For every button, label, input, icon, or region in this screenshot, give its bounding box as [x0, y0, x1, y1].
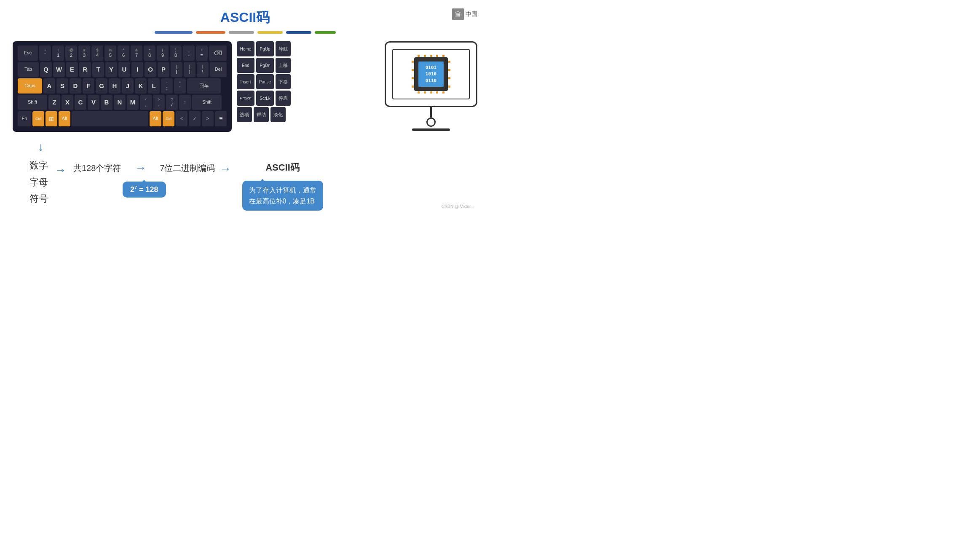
key-quote[interactable]: "' — [174, 78, 186, 94]
key-x[interactable]: X — [62, 95, 73, 110]
key-u[interactable]: U — [118, 62, 130, 77]
color-seg-2 — [196, 31, 225, 34]
key-lbracket[interactable]: {[ — [171, 62, 182, 77]
key-options[interactable]: 选项 — [237, 107, 252, 122]
nav-row-1: Home PgUp 导航 — [237, 41, 291, 56]
key-d[interactable]: D — [70, 78, 81, 94]
key-enter[interactable]: 回车 — [187, 78, 221, 94]
key-o[interactable]: O — [145, 62, 156, 77]
key-t[interactable]: T — [92, 62, 104, 77]
key-z[interactable]: Z — [48, 95, 60, 110]
key-comma[interactable]: <, — [140, 95, 152, 110]
key-4[interactable]: $4 — [91, 45, 103, 61]
key-esc[interactable]: Esc — [18, 45, 38, 61]
key-alt-r[interactable]: Alt — [150, 111, 161, 126]
key-help[interactable]: 帮助 — [254, 107, 269, 122]
pin — [430, 55, 432, 57]
key-space[interactable] — [72, 111, 148, 126]
key-caps[interactable]: Caps — [18, 78, 42, 94]
key-n[interactable]: N — [114, 95, 126, 110]
key-e[interactable]: E — [66, 62, 78, 77]
key-h[interactable]: H — [109, 78, 120, 94]
key-insert[interactable]: Insert — [237, 74, 254, 89]
key-0[interactable]: )0 — [170, 45, 182, 61]
key-home[interactable]: Home — [237, 41, 254, 56]
key-nav[interactable]: 导航 — [276, 41, 291, 56]
key-2[interactable]: @2 — [65, 45, 77, 61]
key-j[interactable]: J — [122, 78, 134, 94]
key-scrlk[interactable]: ScrLk — [256, 91, 274, 106]
key-tab[interactable]: Tab — [18, 62, 39, 77]
key-1[interactable]: !1 — [52, 45, 64, 61]
flow-arrow-3: → — [220, 162, 231, 176]
key-pause[interactable]: Pause — [256, 74, 274, 89]
nav-keys: Home PgUp 导航 End PgDn 上移 Insert Pause 下移 — [237, 41, 291, 122]
key-downmove[interactable]: 下移 — [276, 74, 291, 89]
key-period[interactable]: >. — [153, 95, 165, 110]
key-slash[interactable]: ?/ — [166, 95, 178, 110]
key-rbracket[interactable]: }] — [184, 62, 195, 77]
key-left[interactable]: < — [176, 111, 187, 126]
kb-row-2: Tab Q W E R T Y U I O P {[ }] |\ — [18, 62, 227, 77]
key-menu[interactable]: ☰ — [215, 111, 227, 126]
key-alt-l[interactable]: Alt — [59, 111, 70, 126]
color-seg-3 — [229, 31, 254, 34]
key-6[interactable]: ^6 — [118, 45, 129, 61]
key-end[interactable]: End — [237, 58, 254, 73]
key-right[interactable]: > — [202, 111, 214, 126]
key-win[interactable]: ⊞ — [46, 111, 57, 126]
key-backslash[interactable]: |\ — [197, 62, 209, 77]
key-y[interactable]: Y — [105, 62, 117, 77]
key-i[interactable]: I — [131, 62, 143, 77]
key-lshift[interactable]: Shift — [18, 95, 47, 110]
key-up[interactable]: ↑ — [179, 95, 191, 110]
key-v[interactable]: V — [88, 95, 99, 110]
logo-icon: 🏛 — [452, 8, 464, 20]
key-f[interactable]: F — [83, 78, 94, 94]
key-pgup[interactable]: PgUp — [256, 41, 274, 56]
pin — [436, 55, 438, 57]
key-ctrl-l[interactable]: Ctrl — [32, 111, 44, 126]
flow-items: 数字 字母 符号 — [29, 157, 48, 207]
key-backspace[interactable]: ⌫ — [209, 45, 227, 61]
key-upmove[interactable]: 上移 — [276, 58, 291, 73]
key-fn[interactable]: Fn — [18, 111, 31, 126]
flow-middle-row: 共128个字符 → 7位二进制编码 — [73, 161, 215, 175]
main-layout: Esc ~` !1 @2 #3 $4 %5 ^6 &7 *8 (9 )0 _- … — [13, 41, 477, 132]
key-r[interactable]: R — [79, 62, 91, 77]
key-l[interactable]: L — [148, 78, 160, 94]
key-ctrl-r[interactable]: Ctrl — [163, 111, 174, 126]
speech-bubble-wrapper: 为了存入计算机，通常 在最高位补0，凑足1B — [242, 181, 323, 211]
key-down[interactable]: ✓ — [189, 111, 201, 126]
key-8[interactable]: *8 — [144, 45, 155, 61]
key-q[interactable]: Q — [40, 62, 52, 77]
flow-right-top: ASCII码 — [265, 161, 300, 174]
key-equals[interactable]: += — [196, 45, 208, 61]
key-m[interactable]: M — [127, 95, 139, 110]
key-semicolon[interactable]: :; — [161, 78, 173, 94]
pin — [412, 69, 414, 71]
key-b[interactable]: B — [101, 95, 112, 110]
pin — [412, 61, 414, 63]
key-fade[interactable]: 淡化 — [270, 107, 286, 122]
logo: 🏛 中国 — [452, 8, 477, 20]
key-k[interactable]: K — [135, 78, 147, 94]
key-pgdn[interactable]: PgDn — [256, 58, 274, 73]
key-w[interactable]: W — [53, 62, 65, 77]
key-minus[interactable]: _- — [183, 45, 195, 61]
key-3[interactable]: #3 — [78, 45, 90, 61]
key-5[interactable]: %5 — [104, 45, 116, 61]
pin — [424, 91, 426, 94]
key-tilde[interactable]: ~` — [39, 45, 51, 61]
key-p[interactable]: P — [158, 62, 169, 77]
key-prtscn[interactable]: PrtScn — [237, 91, 254, 106]
key-9[interactable]: (9 — [157, 45, 169, 61]
key-stop[interactable]: 停靠 — [276, 91, 291, 106]
key-g[interactable]: G — [96, 78, 107, 94]
key-a[interactable]: A — [43, 78, 55, 94]
key-del[interactable]: Del — [210, 62, 227, 77]
key-c[interactable]: C — [75, 95, 86, 110]
key-7[interactable]: &7 — [131, 45, 142, 61]
key-s[interactable]: S — [56, 78, 68, 94]
key-rshift[interactable]: Shift — [192, 95, 222, 110]
